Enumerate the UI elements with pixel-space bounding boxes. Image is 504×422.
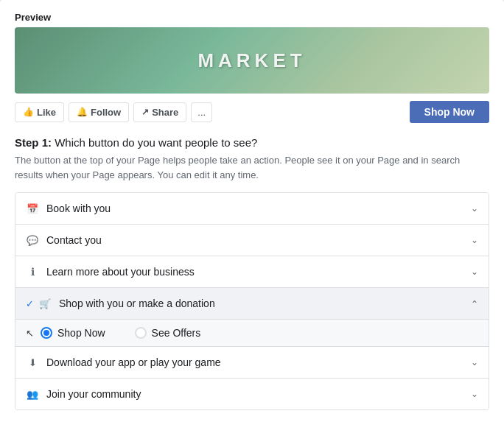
shop-icon: 🛒 bbox=[38, 297, 52, 310]
more-options-button[interactable]: ... bbox=[191, 102, 212, 122]
community-label: Join your community bbox=[46, 388, 471, 400]
shop-chevron: ⌄ bbox=[471, 298, 478, 309]
shop-sub-options: ↖ Shop Now See Offers bbox=[15, 320, 489, 347]
option-learn[interactable]: ℹ Learn more about your business ⌄ bbox=[15, 256, 489, 288]
step-heading: Step 1: Which button do you want people … bbox=[15, 136, 489, 149]
follow-icon: 🔔 bbox=[77, 107, 88, 117]
see-offers-sub-label: See Offers bbox=[152, 327, 201, 339]
preview-label: Preview bbox=[15, 12, 489, 23]
shop-now-label: Shop Now bbox=[424, 106, 475, 118]
step-description: The button at the top of your Page helps… bbox=[15, 153, 489, 182]
shop-label: Shop with you or make a donation bbox=[59, 298, 471, 309]
follow-label: Follow bbox=[91, 107, 121, 118]
option-book[interactable]: 📅 Book with you ⌄ bbox=[15, 193, 489, 225]
banner-text: MARKET bbox=[197, 49, 306, 72]
shop-now-radio-fill bbox=[43, 330, 49, 336]
shop-now-preview-button[interactable]: Shop Now bbox=[410, 101, 489, 123]
share-icon: ↗ bbox=[141, 107, 149, 117]
option-download[interactable]: ⬇ Download your app or play your game ⌄ bbox=[15, 347, 489, 379]
like-button[interactable]: 👍 Like bbox=[15, 102, 64, 122]
sub-option-see-offers[interactable]: See Offers bbox=[135, 327, 201, 339]
download-label: Download your app or play your game bbox=[46, 356, 471, 368]
modal-container: Preview MARKET 👍 Like 🔔 Follow ↗ Share .… bbox=[0, 0, 504, 422]
sub-option-shop-now[interactable]: ↖ Shop Now bbox=[26, 327, 105, 339]
like-icon: 👍 bbox=[23, 107, 34, 117]
contact-label: Contact you bbox=[46, 234, 471, 246]
dots-label: ... bbox=[197, 107, 206, 118]
contact-icon: 💬 bbox=[26, 233, 39, 247]
community-chevron: ⌄ bbox=[471, 389, 478, 399]
share-label: Share bbox=[152, 107, 178, 118]
modal-body: Preview MARKET 👍 Like 🔔 Follow ↗ Share .… bbox=[0, 0, 504, 422]
book-icon: 📅 bbox=[26, 202, 39, 215]
cursor-icon: ↖ bbox=[26, 328, 34, 339]
shop-check-icon: ✓ bbox=[26, 298, 34, 309]
share-button[interactable]: ↗ Share bbox=[133, 102, 186, 122]
shop-now-radio[interactable] bbox=[41, 327, 52, 339]
book-chevron: ⌄ bbox=[471, 203, 478, 214]
preview-banner: MARKET bbox=[15, 27, 489, 94]
see-offers-radio[interactable] bbox=[135, 327, 147, 339]
step-heading-text: Which button do you want people to see? bbox=[55, 136, 257, 149]
download-chevron: ⌄ bbox=[471, 357, 478, 368]
community-icon: 👥 bbox=[26, 387, 39, 401]
option-community[interactable]: 👥 Join your community ⌄ bbox=[15, 379, 489, 409]
shop-now-sub-label: Shop Now bbox=[57, 327, 105, 339]
follow-button[interactable]: 🔔 Follow bbox=[69, 102, 129, 122]
like-label: Like bbox=[37, 107, 56, 118]
option-shop[interactable]: ✓ 🛒 Shop with you or make a donation ⌄ bbox=[15, 288, 489, 320]
learn-icon: ℹ bbox=[26, 265, 39, 278]
book-label: Book with you bbox=[46, 203, 471, 214]
page-action-bar: 👍 Like 🔔 Follow ↗ Share ... Shop Now bbox=[15, 101, 489, 123]
download-icon: ⬇ bbox=[26, 356, 39, 369]
options-list: 📅 Book with you ⌄ 💬 Contact you ⌄ ℹ Lear… bbox=[15, 192, 489, 410]
learn-label: Learn more about your business bbox=[46, 266, 471, 278]
contact-chevron: ⌄ bbox=[471, 235, 478, 245]
step-number: Step 1: bbox=[15, 136, 52, 149]
option-contact[interactable]: 💬 Contact you ⌄ bbox=[15, 225, 489, 256]
learn-chevron: ⌄ bbox=[471, 267, 478, 277]
